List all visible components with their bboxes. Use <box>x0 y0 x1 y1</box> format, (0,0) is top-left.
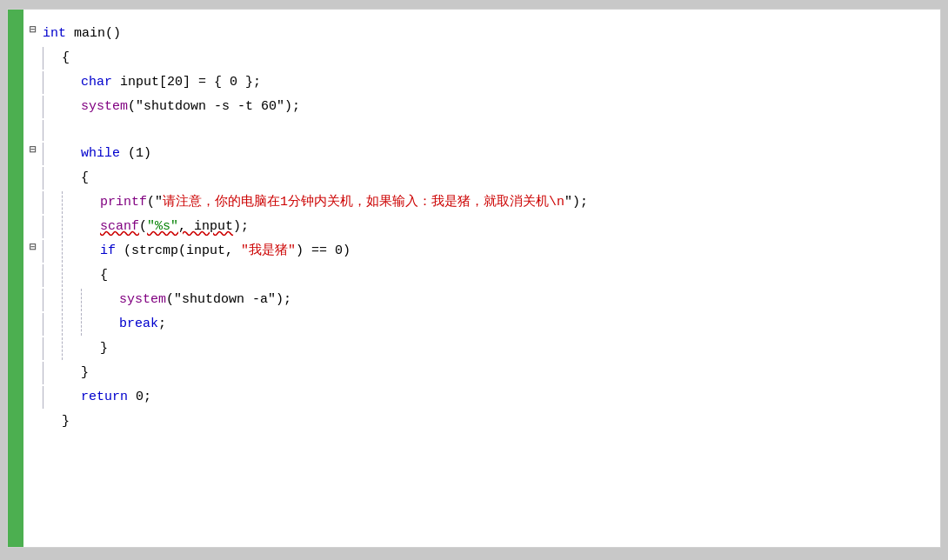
line-content-13: break; <box>119 313 940 336</box>
fold-button-1[interactable]: ⊟ <box>23 23 43 37</box>
line-content-17: } <box>62 410 940 433</box>
line-content-15: } <box>81 362 940 384</box>
line-content-14: } <box>100 337 940 360</box>
code-line-10: ⊟ if (strcmp(input, "我是猪") == 0) <box>23 239 940 263</box>
code-line-8: printf("请注意，你的电脑在1分钟内关机，如果输入：我是猪，就取消关机\n… <box>23 190 940 215</box>
code-line-4: system("shutdown -s -t 60"); <box>23 95 940 119</box>
code-line-16: return 0; <box>23 385 940 410</box>
line-content-3: char input[20] = { 0 }; <box>81 71 940 94</box>
code-area: ⊟ int main() { char input[20] = { 0 }; s… <box>23 18 940 437</box>
code-line-1: ⊟ int main() <box>23 22 940 46</box>
line-content-6: while (1) <box>81 143 940 165</box>
code-line-6: ⊟ while (1) <box>23 142 940 166</box>
code-line-15: } <box>23 361 940 385</box>
line-content-10: if (strcmp(input, "我是猪") == 0) <box>100 240 940 263</box>
code-line-12: system("shutdown -a"); <box>23 288 940 312</box>
code-line-9: scanf("%s", input); <box>23 215 940 239</box>
code-line-7: { <box>23 166 940 190</box>
code-line-14: } <box>23 337 940 361</box>
line-content-9: scanf("%s", input); <box>100 216 940 238</box>
line-content-16: return 0; <box>81 386 940 409</box>
line-content-7: { <box>81 167 940 190</box>
left-accent-bar <box>8 10 23 547</box>
fold-button-6[interactable]: ⊟ <box>23 143 43 157</box>
line-content-4: system("shutdown -s -t 60"); <box>81 96 940 118</box>
code-line-3: char input[20] = { 0 }; <box>23 70 940 95</box>
code-line-13: break; <box>23 312 940 337</box>
code-line-2: { <box>23 46 940 70</box>
code-editor: ⊟ int main() { char input[20] = { 0 }; s… <box>7 9 941 548</box>
line-content-1: int main() <box>43 23 940 45</box>
code-line-11: { <box>23 263 940 288</box>
line-content-11: { <box>100 264 940 287</box>
code-line-17: } <box>23 410 940 434</box>
line-content-12: system("shutdown -a"); <box>119 289 940 311</box>
fold-button-10[interactable]: ⊟ <box>23 240 43 254</box>
code-line-5 <box>23 119 940 142</box>
line-content-8: printf("请注意，你的电脑在1分钟内关机，如果输入：我是猪，就取消关机\n… <box>100 191 940 214</box>
line-content-2: { <box>62 47 940 70</box>
